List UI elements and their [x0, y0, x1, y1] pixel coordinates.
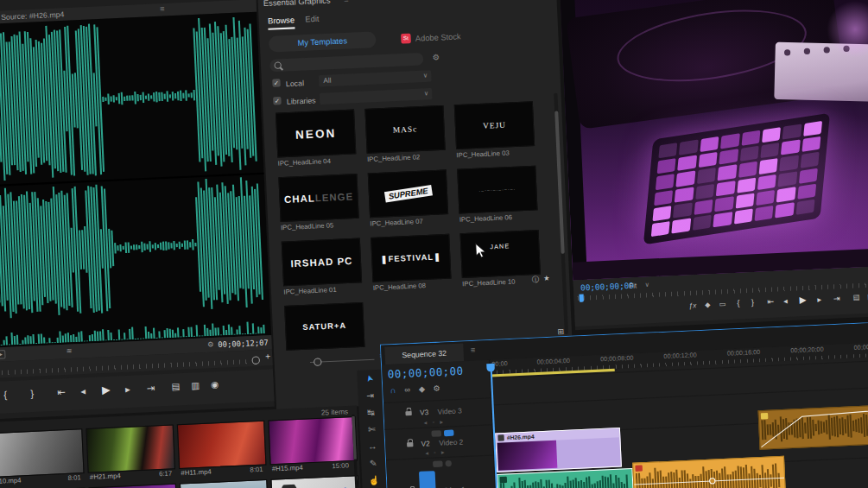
lift-button[interactable]: ▤ — [852, 293, 859, 301]
source-patch-chip[interactable] — [431, 430, 441, 437]
source-patch-chip[interactable] — [433, 460, 443, 467]
my-templates-button[interactable]: My Templates — [269, 31, 377, 52]
clip-name[interactable]: #H15.mp4 — [272, 463, 303, 472]
libraries-label: Libraries — [287, 96, 316, 106]
info-icon[interactable]: ⓘ — [532, 275, 540, 285]
mark-out-button[interactable]: } — [751, 298, 755, 307]
project-clip-thumbnail[interactable] — [86, 424, 175, 472]
clip-name[interactable]: #H21.mp4 — [90, 472, 121, 481]
add-marker-button[interactable]: ◆ — [705, 301, 711, 309]
drag-audio-icon[interactable]: ≋ — [66, 347, 72, 356]
program-timecode[interactable]: 00;00;00;00 — [580, 281, 634, 292]
volume-fade-line[interactable] — [759, 405, 868, 449]
local-checkbox[interactable]: ✓ — [272, 79, 281, 87]
template-item[interactable]: VEJU IPC_HeadLine 03 — [454, 101, 533, 149]
ripple-edit-tool[interactable]: ↹ — [358, 407, 383, 418]
zoom-level-dropdown[interactable]: Fit — [629, 282, 637, 290]
scrollbar-thumb[interactable] — [554, 111, 565, 254]
project-clip-thumbnail[interactable] — [88, 484, 178, 488]
source-track-indicator[interactable]: V1 — [419, 471, 437, 488]
timeline-settings-button[interactable]: ⚙ — [433, 383, 440, 393]
lock-icon[interactable] — [407, 442, 413, 447]
source-settings-icon[interactable]: ⚙ — [207, 340, 214, 349]
go-to-out-button[interactable]: ⇥ — [833, 294, 840, 303]
panel-menu-icon[interactable]: ≡ — [160, 4, 165, 14]
template-item[interactable]: SUPREME IPC_HeadLine 07 — [368, 169, 447, 218]
track-header-v1[interactable]: V1 Video 1 ◂◦▸ — [386, 454, 496, 488]
track-id[interactable]: V3 — [420, 409, 429, 417]
track-id[interactable]: V2 — [421, 440, 430, 448]
play-button[interactable]: ▶ — [799, 295, 806, 305]
local-dropdown[interactable]: All ∨ — [319, 70, 432, 86]
program-playhead[interactable] — [579, 294, 584, 302]
template-item[interactable]: IRSHAD PC IPC_HeadLine 01 — [282, 238, 360, 287]
zoom-handle[interactable] — [251, 356, 260, 364]
razor-tool[interactable]: ✄ — [359, 424, 383, 435]
template-item[interactable]: MASc IPC_HeadLine 02 — [364, 105, 443, 154]
snap-toggle[interactable]: ∩ — [390, 386, 396, 396]
clip-name[interactable]: #H11.mp4 — [181, 467, 212, 477]
pen-tool[interactable]: ✎ — [361, 458, 385, 469]
project-clip-thumbnail[interactable]: NIKE RUN — [270, 475, 360, 488]
selection-tool[interactable]: ➤ — [361, 365, 377, 391]
essential-graphics-title[interactable]: Essential Graphics — [263, 0, 331, 8]
track-target-chip[interactable] — [444, 429, 454, 436]
add-marker-button[interactable]: ◆ — [419, 384, 426, 394]
libraries-checkbox[interactable]: ✓ — [273, 97, 282, 105]
star-icon[interactable]: ★ — [543, 274, 550, 282]
libraries-dropdown[interactable]: ∨ — [320, 88, 433, 105]
tab-browse[interactable]: Browse — [268, 16, 295, 30]
insert-button[interactable]: ▤ — [171, 381, 180, 391]
step-back-button[interactable]: ◂ — [80, 385, 86, 397]
track-select-tool[interactable]: ⇥ — [358, 390, 382, 402]
tab-edit[interactable]: Edit — [305, 15, 320, 24]
settings-button[interactable]: ▭ — [719, 300, 725, 308]
slip-tool[interactable]: ↔ — [360, 440, 384, 452]
template-item[interactable]: CHALLENGE IPC_HeadLine 05 — [278, 174, 357, 222]
panel-menu-icon[interactable]: ≡ — [471, 345, 476, 355]
source-monitor-title[interactable]: Source: #H26.mp4 — [1, 10, 65, 22]
adobe-stock-button[interactable]: Adobe Stock — [415, 32, 461, 43]
audio-clip-a2[interactable] — [758, 403, 868, 449]
add-button[interactable]: + — [265, 352, 271, 362]
mark-in-button[interactable]: { — [737, 299, 740, 307]
video-clip-h26[interactable]: #H26.mp4 — [495, 428, 622, 472]
template-item[interactable]: JANE IPC_HeadLine 10 — [460, 230, 539, 278]
audio-clip-a1-orange[interactable] — [632, 456, 786, 488]
drag-video-icon[interactable]: ▸ — [0, 350, 5, 359]
lock-icon[interactable] — [405, 411, 411, 415]
search-field[interactable] — [286, 54, 415, 69]
step-forward-button[interactable]: ▸ — [125, 383, 130, 396]
linked-selection-toggle[interactable]: ∞ — [404, 385, 410, 395]
sync-lock-chip[interactable] — [445, 460, 452, 467]
step-forward-button[interactable]: ▸ — [817, 295, 821, 304]
template-item[interactable]: NEON IPC_HeadLine 04 — [276, 110, 354, 158]
project-clip-thumbnail[interactable] — [177, 421, 267, 469]
project-clip-thumbnail[interactable] — [0, 428, 85, 477]
export-frame-button[interactable]: ◉ — [211, 379, 219, 390]
clip-name[interactable]: 10.mp4 — [0, 476, 22, 485]
template-item[interactable]: ❚FESTIVAL❚ IPC_HeadLine 08 — [371, 234, 449, 282]
play-button[interactable]: ▶ — [102, 383, 111, 396]
go-to-out-button[interactable]: ⇥ — [146, 383, 155, 395]
go-to-in-button[interactable]: ⇤ — [767, 297, 774, 307]
adobe-stock-icon: St — [401, 34, 411, 44]
overwrite-button[interactable]: ▥ — [191, 380, 200, 390]
step-back-button[interactable]: ◂ — [783, 296, 788, 306]
template-item[interactable]: ·–·–·–·–·–·–· IPC_HeadLine 06 — [457, 166, 535, 214]
fx-toggle-button[interactable]: ƒx — [688, 301, 696, 310]
source-duration-timecode: 00;00;12;07 — [218, 338, 269, 349]
go-to-in-button[interactable]: ⇤ — [57, 386, 66, 398]
search-input[interactable] — [269, 53, 423, 73]
template-item[interactable]: SATUR+A — [284, 302, 363, 351]
hand-tool[interactable]: ☝ — [362, 475, 386, 486]
timeline-timecode[interactable]: 00;00;00;00 — [387, 364, 464, 380]
gear-icon[interactable]: ⚙ — [432, 53, 440, 62]
new-item-icon[interactable]: ⊞ — [557, 327, 564, 337]
mark-out-button[interactable]: } — [30, 388, 34, 399]
project-clip-thumbnail[interactable] — [180, 479, 269, 488]
slider-knob[interactable] — [314, 358, 322, 366]
mark-in-button[interactable]: { — [3, 390, 7, 401]
project-clip-thumbnail[interactable] — [268, 416, 358, 465]
panel-menu-icon[interactable]: ≡ — [344, 0, 349, 4]
